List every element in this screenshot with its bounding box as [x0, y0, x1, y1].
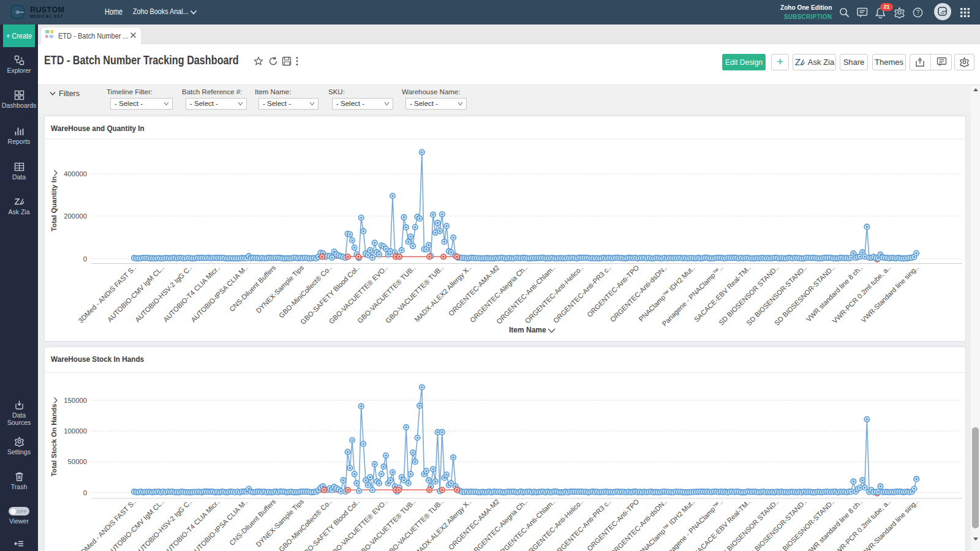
- svg-text:ORGENTEC-Anti-TPO: ORGENTEC-Anti-TPO: [586, 498, 640, 551]
- svg-text:ORGENTEC-AMA-M2: ORGENTEC-AMA-M2: [447, 498, 500, 551]
- svg-text:ORGENTEC-Anti-PR3 c..: ORGENTEC-Anti-PR3 c..: [552, 264, 612, 324]
- svg-text:ORGENTEC-Anti-TPO: ORGENTEC-Anti-TPO: [586, 264, 640, 318]
- svg-text:ORGENTEC-Anti-dsDN..: ORGENTEC-Anti-dsDN..: [609, 264, 668, 323]
- svg-text:ORGENTEC-Alegria Ch..: ORGENTEC-Alegria Ch..: [469, 264, 529, 324]
- svg-text:MADX-ALEX2 Allergy X..: MADX-ALEX2 Allergy X..: [413, 264, 473, 323]
- svg-text:RM: RM: [940, 12, 944, 15]
- svg-text:Item Name: Item Name: [509, 326, 546, 334]
- svg-text:0: 0: [83, 255, 87, 263]
- svg-text:GBO-SAFETY Blood Col..: GBO-SAFETY Blood Col..: [299, 264, 361, 326]
- svg-text:0: 0: [83, 489, 87, 497]
- svg-text:AUTOBIO-HSV-2 IgG C..: AUTOBIO-HSV-2 IgG C..: [134, 264, 194, 324]
- svg-text:GBO-VACUETTE® EVO..: GBO-VACUETTE® EVO..: [328, 264, 389, 325]
- svg-text:AUTOBIO-CMV IgM CL..: AUTOBIO-CMV IgM CL..: [106, 264, 165, 323]
- svg-text:CNS-Diluent Buffers: CNS-Diluent Buffers: [228, 264, 277, 313]
- svg-text:DYNEX-Sample Tips: DYNEX-Sample Tips: [254, 264, 305, 315]
- svg-text:WareHouse Stock In Hands: WareHouse Stock In Hands: [51, 354, 144, 364]
- svg-text:AUTOBIO-T4 CLIA Micr..: AUTOBIO-T4 CLIA Micr..: [162, 264, 221, 323]
- svg-text:3DMed - ANDiS FAST S..: 3DMed - ANDiS FAST S..: [77, 498, 138, 551]
- svg-text:400000: 400000: [64, 170, 87, 178]
- svg-text:50000: 50000: [68, 458, 87, 465]
- svg-text:PNAClamp™ IDH2 Mut..: PNAClamp™ IDH2 Mut..: [637, 264, 696, 323]
- svg-text:AUTOBIO-tPSA CLIA M..: AUTOBIO-tPSA CLIA M..: [189, 264, 249, 324]
- svg-text:SACACE-EBV Real-TM..: SACACE-EBV Real-TM..: [693, 264, 752, 323]
- svg-text:WareHouse and Quantity In: WareHouse and Quantity In: [51, 124, 145, 133]
- svg-text:CNS-Diluent Buffers: CNS-Diluent Buffers: [228, 498, 277, 547]
- svg-text:?: ?: [916, 9, 920, 16]
- svg-text:Total Stock On Hands: Total Stock On Hands: [50, 404, 58, 477]
- svg-text:200000: 200000: [64, 212, 87, 220]
- svg-text:150000: 150000: [64, 397, 87, 404]
- svg-text:100000: 100000: [64, 427, 87, 435]
- svg-text:3DMed - ANDiS FAST S..: 3DMed - ANDiS FAST S..: [77, 264, 138, 324]
- svg-text:ORGENTEC-AMA-M2: ORGENTEC-AMA-M2: [447, 264, 500, 317]
- svg-text:VWR standard line 8 ch..: VWR standard line 8 ch..: [805, 264, 864, 323]
- svg-text:GBO-VACUETTE® TUB..: GBO-VACUETTE® TUB..: [384, 264, 445, 324]
- svg-text:Total Quantity In: Total Quantity In: [50, 176, 58, 231]
- svg-text:GBO-MiniCollect® Co..: GBO-MiniCollect® Co..: [277, 498, 333, 551]
- svg-text:VWR-Standard line sing..: VWR-Standard line sing..: [859, 264, 919, 324]
- svg-text:VWR-PCR 0.2ml tube, a..: VWR-PCR 0.2ml tube, a..: [831, 264, 892, 324]
- svg-text:GBO-MiniCollect® Co..: GBO-MiniCollect® Co..: [277, 264, 333, 320]
- svg-text:DYNEX-Sample Tips: DYNEX-Sample Tips: [254, 498, 305, 549]
- svg-text:GBO-VACUETTE® TUB..: GBO-VACUETTE® TUB..: [356, 264, 417, 324]
- svg-text:ORGENTEC-Anti-Helico..: ORGENTEC-Anti-Helico..: [524, 264, 584, 324]
- svg-text:ORGENTEC-Anti-Chlam..: ORGENTEC-Anti-Chlam..: [495, 264, 556, 325]
